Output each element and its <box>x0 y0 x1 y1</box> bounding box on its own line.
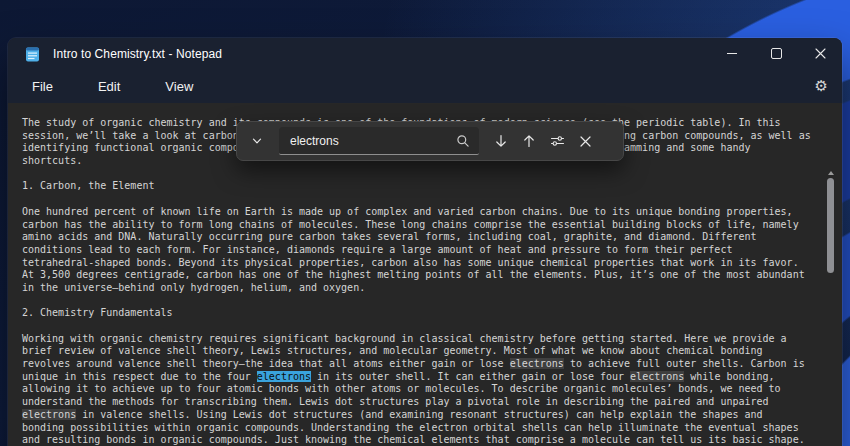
scroll-up-arrow[interactable] <box>828 171 834 175</box>
find-previous-button[interactable] <box>515 127 543 155</box>
scrollbar[interactable] <box>824 168 839 446</box>
menubar: File Edit View ⚙ <box>8 70 842 103</box>
close-icon <box>580 136 591 147</box>
arrow-down-icon <box>494 134 508 148</box>
chevron-down-icon <box>251 135 263 147</box>
menu-item-view[interactable]: View <box>157 75 201 98</box>
find-bar <box>236 121 624 161</box>
find-expand-button[interactable] <box>243 127 271 155</box>
find-options-button[interactable] <box>543 127 571 155</box>
minimize-icon <box>727 53 737 54</box>
menu-item-edit[interactable]: Edit <box>90 75 128 98</box>
titlebar: Intro to Chemistry.txt - Notepad <box>8 38 842 70</box>
arrow-up-icon <box>522 134 536 148</box>
sliders-icon <box>550 134 565 148</box>
notepad-icon <box>25 46 40 62</box>
window-controls <box>710 38 842 70</box>
editor-text: The study of organic chemistry and its c… <box>22 117 818 446</box>
settings-gear-icon[interactable]: ⚙ <box>815 77 828 95</box>
close-button[interactable] <box>798 38 842 68</box>
find-input-wrap <box>279 127 479 155</box>
window-header: Intro to Chemistry.txt - Notepad File Ed… <box>8 38 842 103</box>
find-close-button[interactable] <box>571 127 599 155</box>
scrollbar-thumb[interactable] <box>827 178 834 273</box>
window-title: Intro to Chemistry.txt - Notepad <box>53 47 222 61</box>
minimize-button[interactable] <box>710 38 754 68</box>
notepad-window: Intro to Chemistry.txt - Notepad File Ed… <box>8 38 842 446</box>
maximize-button[interactable] <box>754 38 798 68</box>
menu-item-file[interactable]: File <box>24 75 61 98</box>
find-next-button[interactable] <box>487 127 515 155</box>
maximize-icon <box>771 48 782 59</box>
close-icon <box>815 48 826 59</box>
search-input[interactable] <box>279 127 479 155</box>
